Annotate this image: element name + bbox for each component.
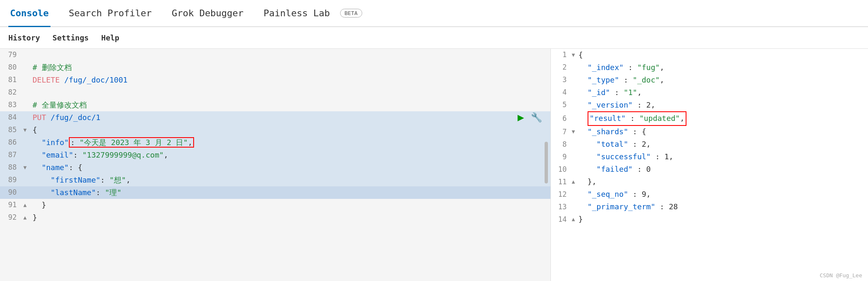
editor-line-81: 81 DELETE /fug/_doc/1001: [0, 74, 550, 86]
line-number: 88: [0, 162, 23, 173]
line-number: 84: [0, 112, 23, 123]
toolbar-settings[interactable]: Settings: [53, 33, 89, 42]
output-line-12: 12 "_seq_no" : 9,: [551, 188, 868, 201]
run-button[interactable]: ▶: [517, 109, 524, 126]
tab-console[interactable]: Console: [8, 0, 50, 27]
editor-line-80: 80 # 删除文档: [0, 61, 550, 74]
line-number: 87: [0, 149, 23, 161]
beta-badge: BETA: [340, 9, 362, 18]
editor-line-84: 84 PUT /fug/_doc/1 ▶ 🔧: [0, 111, 550, 124]
tab-painless-lab[interactable]: Painless Lab: [262, 0, 332, 27]
editor-line-87: 87 "email": "1327999999@q.com",: [0, 149, 550, 161]
editor-line-89: 89 "firstName": "想",: [0, 174, 550, 186]
code-editor[interactable]: 79 80 # 删除文档 81 DELETE /fug/_doc/1001 82: [0, 49, 550, 281]
output-line-13: 13 "_primary_term" : 28: [551, 201, 868, 213]
editor-line-91: 91 ▲ }: [0, 199, 550, 211]
wrench-icon[interactable]: 🔧: [531, 110, 542, 125]
editor-line-88: 88 ▼ "name": {: [0, 161, 550, 174]
watermark: CSDN @Fug_Lee: [820, 272, 862, 278]
output-line-14: 14 ▲ }: [551, 213, 868, 226]
output-panel: 1 ▼ { 2 "_index" : "fug", 3 "_type" : "_…: [551, 49, 868, 281]
editor-line-92: 92 ▲ }: [0, 211, 550, 224]
line-number: 85: [0, 124, 23, 135]
output-line-9: 9 "successful" : 1,: [551, 151, 868, 163]
editor-line-83: 83 # 全量修改文档: [0, 99, 550, 111]
toolbar-help[interactable]: Help: [101, 33, 119, 42]
editor-panel[interactable]: 79 80 # 删除文档 81 DELETE /fug/_doc/1001 82: [0, 49, 551, 281]
secondary-toolbar: History Settings Help: [0, 27, 868, 49]
editor-line-79: 79: [0, 49, 550, 61]
output-line-11: 11 ▲ },: [551, 176, 868, 188]
line-number: 86: [0, 137, 23, 148]
output-line-5: 5 "_version" : 2,: [551, 99, 868, 111]
line-number: 89: [0, 174, 23, 186]
output-line-1: 1 ▼ {: [551, 49, 868, 61]
toolbar-history[interactable]: History: [8, 33, 40, 42]
output-line-6: 6 "result" : "updated",: [551, 111, 868, 126]
line-number: 82: [0, 87, 23, 98]
line-number: 91: [0, 199, 23, 211]
line-number: 80: [0, 62, 23, 73]
tab-grok-debugger[interactable]: Grok Debugger: [170, 0, 245, 27]
output-code: 1 ▼ { 2 "_index" : "fug", 3 "_type" : "_…: [551, 49, 868, 226]
top-navigation: Console Search Profiler Grok Debugger Pa…: [0, 0, 868, 27]
editor-line-85: 85 ▼ {: [0, 124, 550, 136]
scrollbar[interactable]: [545, 142, 548, 183]
line-number: 79: [0, 49, 23, 60]
output-line-4: 4 "_id" : "1",: [551, 86, 868, 99]
output-line-8: 8 "total" : 2,: [551, 138, 868, 151]
output-line-10: 10 "failed" : 0: [551, 163, 868, 176]
line-number: 83: [0, 99, 23, 110]
line-number: 92: [0, 212, 23, 223]
output-line-3: 3 "_type" : "_doc",: [551, 74, 868, 86]
line-number: 81: [0, 74, 23, 85]
output-line-7: 7 ▼ "_shards" : {: [551, 126, 868, 138]
output-line-2: 2 "_index" : "fug",: [551, 61, 868, 74]
line-number: 90: [0, 187, 23, 198]
tab-search-profiler[interactable]: Search Profiler: [67, 0, 154, 27]
editor-line-86: 86 "info": "今天是 2023 年 3 月 2 日",: [0, 136, 550, 149]
main-content: 79 80 # 删除文档 81 DELETE /fug/_doc/1001 82: [0, 49, 868, 281]
editor-line-90: 90 "lastName": "理": [0, 186, 550, 199]
editor-line-82: 82: [0, 86, 550, 99]
